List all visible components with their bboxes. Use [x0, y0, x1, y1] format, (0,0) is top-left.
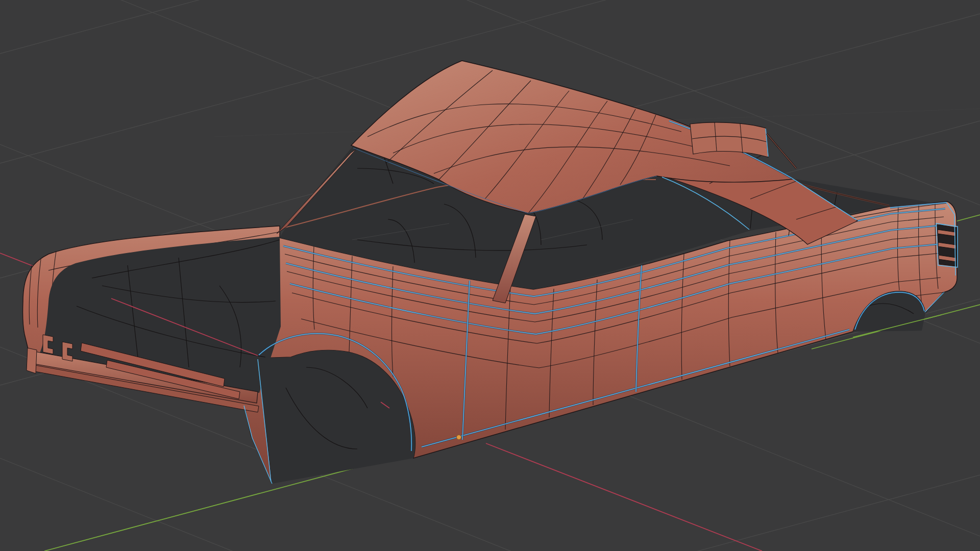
viewport-3d[interactable]	[0, 0, 980, 551]
origin-marker	[457, 435, 461, 440]
viewport-canvas[interactable]	[0, 0, 980, 551]
bumper-end-cap	[27, 348, 37, 373]
